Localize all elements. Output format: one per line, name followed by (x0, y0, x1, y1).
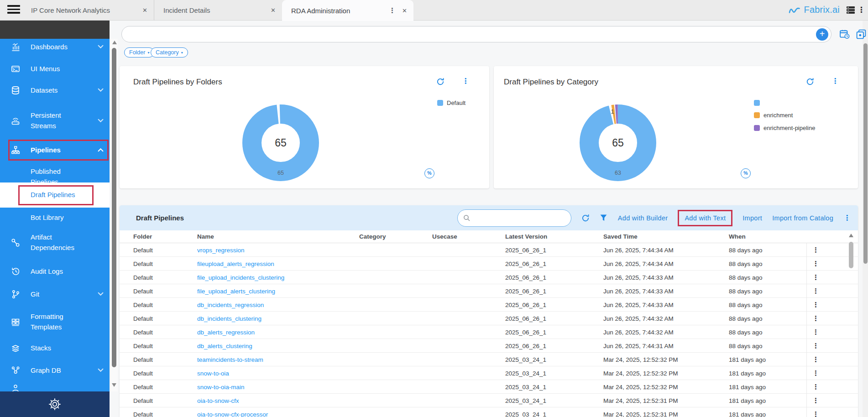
donut-chart-category[interactable]: 1 65 63 (578, 103, 658, 183)
close-icon[interactable]: ✕ (136, 7, 147, 14)
sidebar-item-git[interactable]: Git (0, 287, 110, 301)
cell-saved-time: Mar 24, 2025, 12:52:31 PM (603, 397, 729, 404)
table-search[interactable] (457, 209, 571, 227)
close-icon[interactable]: ✕ (400, 7, 407, 14)
sidebar-item-ui-menus[interactable]: UI Menus (0, 62, 110, 76)
legend-item-enrichment-pipeline[interactable]: enrichment-pipeline (754, 125, 815, 131)
page-scroll-thumb[interactable] (863, 43, 868, 264)
refresh-icon[interactable] (436, 78, 444, 86)
schedule-table-icon[interactable] (840, 29, 850, 39)
row-kebab-icon[interactable]: ⋮ (812, 355, 819, 364)
page-scrollbar[interactable] (863, 21, 868, 417)
import-button[interactable]: Import (743, 214, 762, 222)
cell-saved-time: Mar 24, 2025, 12:52:32 PM (603, 356, 729, 363)
cell-when: 88 days ago (729, 274, 806, 281)
legend-item-enrichment[interactable]: enrichment (754, 112, 815, 119)
hamburger-menu-icon[interactable] (7, 5, 20, 15)
global-search-input[interactable] (129, 26, 809, 42)
refresh-icon[interactable] (806, 78, 814, 86)
tab-rda-administration-active[interactable]: RDA Administration ⋮ ✕ (282, 0, 413, 21)
row-kebab-icon[interactable]: ⋮ (812, 342, 819, 350)
folder-filter-chip[interactable]: Folder ▾ (124, 47, 154, 57)
category-filter-chip[interactable]: Category ▾ (151, 47, 188, 57)
sidebar-item-partial[interactable] (0, 381, 110, 391)
percent-toggle-button[interactable]: % (424, 168, 434, 178)
pipeline-name-link[interactable]: teamincidents-to-stream (197, 356, 359, 363)
table-title: Draft Pipelines (136, 214, 184, 222)
table-search-input[interactable] (474, 214, 561, 221)
row-kebab-icon[interactable]: ⋮ (812, 369, 819, 377)
sidebar-scrollbar[interactable] (111, 39, 118, 391)
sidebar-item-formatting-templates[interactable]: Formatting Templates (0, 312, 110, 332)
row-kebab-icon[interactable]: ⋮ (812, 287, 819, 295)
bar-chart-icon (10, 42, 21, 52)
row-kebab-icon[interactable]: ⋮ (812, 301, 819, 309)
pipeline-name-link[interactable]: file_upload_alerts_clustering (197, 288, 359, 295)
refresh-icon[interactable] (581, 214, 590, 222)
add-with-builder-button[interactable]: Add with Builder (618, 214, 668, 222)
scroll-up-arrow[interactable] (112, 41, 117, 44)
pipeline-name-link[interactable]: oia-to-snow-cfx (197, 397, 359, 404)
caret-down-icon: ▾ (181, 51, 183, 55)
import-from-catalog-button[interactable]: Import from Catalog (772, 214, 833, 222)
kebab-menu-icon[interactable]: ⋮ (462, 77, 469, 85)
cell-when: 88 days ago (729, 247, 806, 254)
tab-ip-core-network-analytics[interactable]: IP Core Network Analytics ✕ (22, 0, 154, 21)
pipeline-name-link[interactable]: db_incidents_clustering (197, 315, 359, 322)
pipeline-name-link[interactable]: db_alerts_clustering (197, 343, 359, 349)
partial-icon (10, 382, 21, 391)
row-kebab-icon[interactable]: ⋮ (812, 260, 819, 268)
table-kebab-icon[interactable]: ⋮ (843, 214, 851, 222)
sidebar-item-persistent-streams[interactable]: Persistent Streams (0, 110, 110, 131)
cell-saved-time: Jun 26, 2025, 7:44:32 AM (603, 329, 729, 336)
pipeline-name-link[interactable]: file_upload_incidents_clustering (197, 274, 359, 281)
sidebar-item-audit-logs[interactable]: Audit Logs (0, 265, 110, 278)
sidebar-item-artifact-dependencies[interactable]: Artifact Dependencies (0, 232, 110, 253)
scroll-up-arrow[interactable] (849, 234, 853, 237)
table-scrollbar[interactable] (848, 232, 854, 414)
global-search-bar[interactable]: + (121, 26, 831, 42)
legend-item-blank[interactable] (754, 99, 815, 106)
window-kebab-icon[interactable]: ⋮ (858, 5, 865, 15)
percent-toggle-button[interactable]: % (741, 168, 751, 178)
cell-latest-version: 2025_06_26_1 (505, 329, 603, 336)
sidebar-item-draft-pipelines[interactable]: Draft Pipelines (0, 182, 110, 208)
pipeline-name-link[interactable]: snow-to-oia (197, 370, 359, 377)
row-kebab-icon[interactable]: ⋮ (812, 246, 819, 254)
tab-incident-details[interactable]: Incident Details ✕ (154, 0, 282, 21)
kebab-menu-icon[interactable]: ⋮ (831, 77, 839, 85)
sidebar-item-datasets[interactable]: Datasets (0, 83, 110, 97)
filter-funnel-icon[interactable] (600, 214, 608, 222)
pipeline-name-link[interactable]: snow-to-oia-main (197, 384, 359, 391)
pipeline-name-link[interactable]: vrops_regression (197, 247, 359, 254)
legend-item-default[interactable]: Default (437, 99, 465, 106)
donut-total: 65 (612, 137, 624, 149)
pipeline-name-link[interactable]: oia-to-snow-cfx-processor (197, 411, 359, 417)
row-kebab-icon[interactable]: ⋮ (812, 328, 819, 336)
pipeline-name-link[interactable]: fileupload_alerts_regression (197, 261, 359, 267)
tab-kebab-icon[interactable]: ⋮ (384, 6, 400, 15)
row-kebab-icon[interactable]: ⋮ (812, 383, 819, 391)
add-with-text-button[interactable]: Add with Text (678, 210, 732, 226)
sidebar-item-bot-library[interactable]: Bot Library (0, 211, 110, 224)
server-stack-icon[interactable] (846, 6, 855, 14)
sidebar-item-graph-db[interactable]: Graph DB (0, 364, 110, 377)
sidebar-item-dashboards[interactable]: Dashboards (0, 40, 110, 54)
sidebar-item-pipelines[interactable]: Pipelines (0, 143, 110, 157)
sidebar-scroll-thumb[interactable] (112, 48, 116, 367)
gear-icon[interactable] (48, 397, 62, 411)
row-kebab-icon[interactable]: ⋮ (812, 273, 819, 281)
scroll-down-arrow[interactable] (112, 383, 116, 387)
sidebar-item-stacks[interactable]: Stacks (0, 341, 110, 355)
close-icon[interactable]: ✕ (264, 7, 276, 14)
donut-chart-folders[interactable]: 65 65 (241, 103, 321, 183)
add-button[interactable]: + (816, 28, 828, 41)
row-kebab-icon[interactable]: ⋮ (812, 410, 819, 417)
row-kebab-icon[interactable]: ⋮ (812, 314, 819, 323)
pipeline-name-link[interactable]: db_alerts_regression (197, 329, 359, 336)
sidebar-nav: Dashboards UI Menus Datasets Persistent … (0, 39, 110, 391)
table-scroll-thumb[interactable] (849, 242, 853, 268)
pipeline-name-link[interactable]: db_incidents_regression (197, 302, 359, 308)
row-kebab-icon[interactable]: ⋮ (812, 396, 819, 405)
copy-views-icon[interactable] (856, 29, 866, 39)
